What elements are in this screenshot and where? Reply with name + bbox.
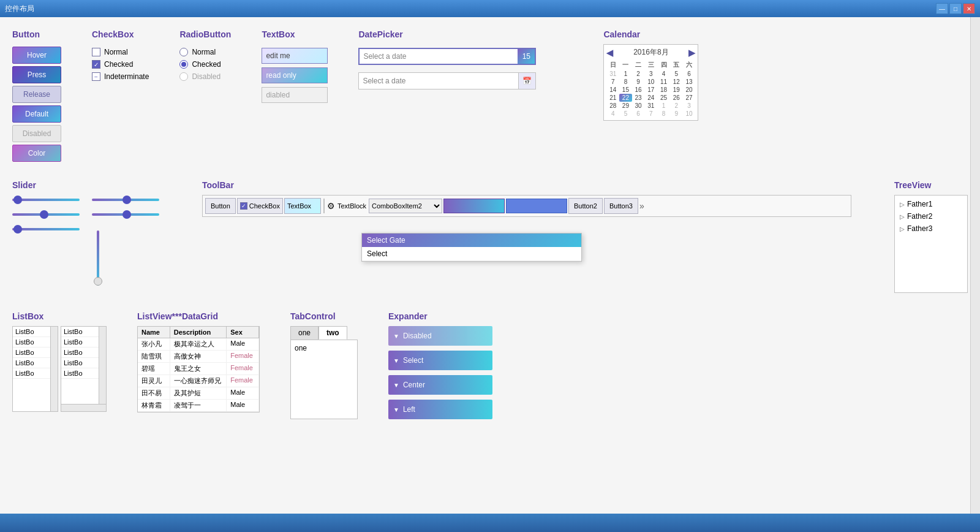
expander-center[interactable]: ▼ Center [388,375,492,395]
cal-cell[interactable]: 9 [632,78,645,86]
tree-item-father2[interactable]: ▷ Father2 [897,210,965,222]
cal-cell[interactable]: 6 [632,110,645,118]
table-row[interactable]: 田灵儿 一心痴迷齐师兄 Female [138,375,259,387]
cal-cell[interactable]: 15 [619,86,632,94]
cal-cell[interactable]: 20 [683,86,696,94]
table-row[interactable]: 林青霜 凌驾于一 Male [138,400,259,412]
cal-cell[interactable]: 4 [606,110,619,118]
cal-cell[interactable]: 26 [670,94,683,102]
checkbox-indeterminate[interactable]: − Indeterminate [92,72,149,81]
toolbar-combobox[interactable]: ComboBoxItem2 [369,199,442,213]
scrollbar-1[interactable] [50,327,58,411]
toolbar-overflow-icon[interactable]: » [639,201,644,211]
radio-normal[interactable]: Normal [179,48,231,56]
toolbar-checkbox[interactable]: ✓ CheckBox [237,198,283,214]
table-row[interactable]: 张小凡 极其幸运之人 Male [138,338,259,351]
tab-two[interactable]: two [318,326,347,340]
maximize-button[interactable]: □ [949,3,962,14]
cal-cell[interactable]: 27 [683,94,696,102]
cal-cell[interactable]: 14 [606,86,619,94]
expander-select[interactable]: ▼ Select [388,351,492,370]
cal-cell[interactable]: 24 [644,94,657,102]
tab-one[interactable]: one [290,326,318,340]
slider-h2[interactable] [12,210,80,219]
press-button[interactable]: Press [12,66,61,83]
select-gate-item[interactable]: Select [362,247,581,261]
cal-cell[interactable]: 21 [606,94,619,102]
radio-checked[interactable]: Checked [179,60,231,69]
slider-thumb-2[interactable] [40,210,48,219]
cal-cell[interactable]: 6 [683,70,696,78]
cal-cell[interactable]: 23 [632,94,645,102]
checkbox-normal-box[interactable] [92,48,100,56]
cal-cell[interactable]: 3 [644,70,657,78]
expander-left[interactable]: ▼ Left [388,400,492,419]
cal-cell[interactable]: 30 [632,102,645,110]
cal-cell[interactable]: 2 [632,70,645,78]
cal-cell[interactable]: 29 [619,102,632,110]
cal-cell[interactable]: 8 [619,78,632,86]
slider-vertical[interactable] [92,230,104,286]
radio-checked-circle[interactable] [179,60,188,69]
slider-h3[interactable] [12,224,80,234]
cal-cell[interactable]: 5 [619,110,632,118]
textbox-edit[interactable] [262,48,328,64]
listbox-1[interactable]: ListBo ListBo ListBo ListBo ListBo [12,326,58,412]
cal-cell[interactable]: 8 [657,110,670,118]
table-row[interactable]: 田不易 及其护短 Male [138,387,259,400]
slider-thumb-1[interactable] [13,196,22,204]
calendar-next[interactable]: ▶ [688,48,695,58]
radio-normal-circle[interactable] [179,48,188,56]
cal-cell[interactable]: 31 [606,70,619,78]
slider-thumb-3[interactable] [13,225,22,234]
cal-cell-today[interactable]: 22 [619,94,632,102]
slider-h4[interactable] [92,195,159,205]
checkbox-checked[interactable]: ✓ Checked [92,60,149,69]
datepicker-btn1[interactable]: 15 [518,49,535,64]
cal-cell[interactable]: 5 [670,70,683,78]
cal-cell[interactable]: 7 [644,110,657,118]
scrollbar-2[interactable] [99,327,106,411]
table-row[interactable]: 陆雪琪 高傲女神 Female [138,351,259,363]
cal-cell[interactable]: 13 [683,78,696,86]
close-button[interactable]: ✕ [963,3,975,14]
slider-h1[interactable] [12,195,80,205]
cal-cell[interactable]: 17 [644,86,657,94]
color-button[interactable]: Color [12,145,61,162]
toolbar-button3[interactable]: Button3 [604,198,638,214]
cal-cell[interactable]: 2 [670,102,683,110]
toolbar-button[interactable]: Button [205,198,236,214]
cal-cell[interactable]: 19 [670,86,683,94]
expander-disabled[interactable]: ▼ Disabled [388,326,492,346]
cal-cell[interactable]: 1 [619,70,632,78]
toolbar-checkbox-box[interactable]: ✓ [240,202,247,210]
cal-cell[interactable]: 3 [683,102,696,110]
toolbar-button2[interactable]: Button2 [568,198,603,214]
slider-h5[interactable] [92,210,159,219]
scrollbar-h[interactable] [61,404,106,411]
release-button[interactable]: Release [12,86,61,103]
checkbox-normal[interactable]: Normal [92,48,149,56]
checkbox-checked-box[interactable]: ✓ [92,60,100,69]
toolbar-textbox[interactable] [284,198,321,214]
minimize-button[interactable]: — [936,3,948,14]
cal-cell[interactable]: 31 [644,102,657,110]
cal-cell[interactable]: 12 [670,78,683,86]
cal-cell[interactable]: 25 [657,94,670,102]
checkbox-indeterminate-box[interactable]: − [92,72,100,81]
cal-cell[interactable]: 4 [657,70,670,78]
cal-cell[interactable]: 10 [644,78,657,86]
cal-cell[interactable]: 9 [670,110,683,118]
hover-button[interactable]: Hover [12,47,61,64]
listbox-2[interactable]: ListBo ListBo ListBo ListBo ListBo [61,326,107,412]
tree-item-father1[interactable]: ▷ Father1 [897,198,965,210]
cal-cell[interactable]: 11 [657,78,670,86]
slider-thumb-5[interactable] [123,210,131,219]
calendar-prev[interactable]: ◀ [606,48,613,58]
slider-thumb-4[interactable] [123,196,131,204]
default-button[interactable]: Default [12,105,61,123]
cal-cell[interactable]: 1 [657,102,670,110]
cal-cell[interactable]: 16 [632,86,645,94]
table-row[interactable]: 碧瑶 鬼王之女 Female [138,363,259,375]
cal-cell[interactable]: 7 [606,78,619,86]
